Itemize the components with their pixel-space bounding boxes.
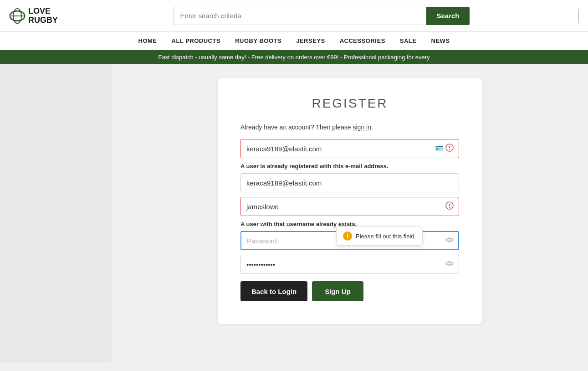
main-nav: HOME ALL PRODUCTS RUGBY BOOTS JERSEYS AC… [0, 32, 588, 50]
username-input[interactable] [240, 197, 459, 216]
logo-area[interactable]: LOVE RUGBY [9, 7, 82, 25]
sign-in-link[interactable]: sign in [353, 124, 371, 131]
main-content: REGISTER Already have an account? Then p… [0, 64, 588, 362]
username-field-group [240, 197, 459, 216]
nav-item-jerseys[interactable]: JERSEYS [296, 37, 325, 44]
sidebar [0, 64, 112, 362]
logo-text: LOVE RUGBY [28, 7, 58, 25]
email-confirm-input[interactable] [240, 173, 459, 192]
email-field-group: 🪪 [240, 139, 459, 158]
nav-item-rugby-boots[interactable]: RUGBY BOOTS [235, 37, 281, 44]
nav-item-all-products[interactable]: ALL PRODUCTS [172, 37, 221, 44]
button-row: Back to Login Sign Up [240, 281, 459, 301]
email-confirm-group [240, 173, 459, 192]
email-id-icon: 🪪 [435, 144, 444, 153]
password-confirm-group [240, 255, 459, 274]
content-area: REGISTER Already have an account? Then p… [112, 64, 588, 362]
announcement-bar: Fast dispatch - usually same day! - Free… [0, 50, 588, 64]
back-to-login-button[interactable]: Back to Login [240, 281, 307, 301]
email-error-message: A user is already registered with this e… [240, 163, 459, 170]
svg-point-8 [449, 207, 450, 208]
username-error-icon [445, 201, 454, 211]
header-divider [578, 9, 579, 23]
svg-point-9 [448, 238, 451, 242]
password-confirm-input[interactable] [240, 255, 459, 274]
email-input[interactable] [240, 139, 459, 158]
svg-point-5 [449, 149, 450, 150]
password-tooltip-wrapper: ! Please fill out this field. [240, 231, 459, 250]
nav-item-accessories[interactable]: ACCESSORIES [340, 37, 385, 44]
nav-item-sale[interactable]: SALE [400, 37, 417, 44]
nav-item-news[interactable]: NEWS [431, 37, 450, 44]
tooltip-warning-icon: ! [343, 232, 352, 241]
search-area: Search [174, 7, 470, 25]
search-input[interactable] [174, 7, 427, 25]
tooltip-text: Please fill out this field. [356, 233, 416, 240]
header-right [561, 9, 579, 23]
svg-point-10 [448, 262, 451, 265]
nav-item-home[interactable]: HOME [138, 37, 157, 44]
register-title: REGISTER [240, 96, 459, 111]
email-error-icon [445, 144, 454, 154]
password-confirm-eye-icon[interactable] [445, 259, 454, 269]
register-card: REGISTER Already have an account? Then p… [218, 78, 482, 324]
already-account-text: Already have an account? Then please sig… [240, 124, 459, 131]
logo-icon [9, 8, 26, 24]
sign-up-button[interactable]: Sign Up [312, 281, 363, 301]
site-header: LOVE RUGBY Search [0, 0, 588, 32]
tooltip-bubble: ! Please fill out this field. [336, 227, 423, 246]
password-eye-icon[interactable] [445, 236, 454, 246]
search-button[interactable]: Search [426, 7, 469, 25]
